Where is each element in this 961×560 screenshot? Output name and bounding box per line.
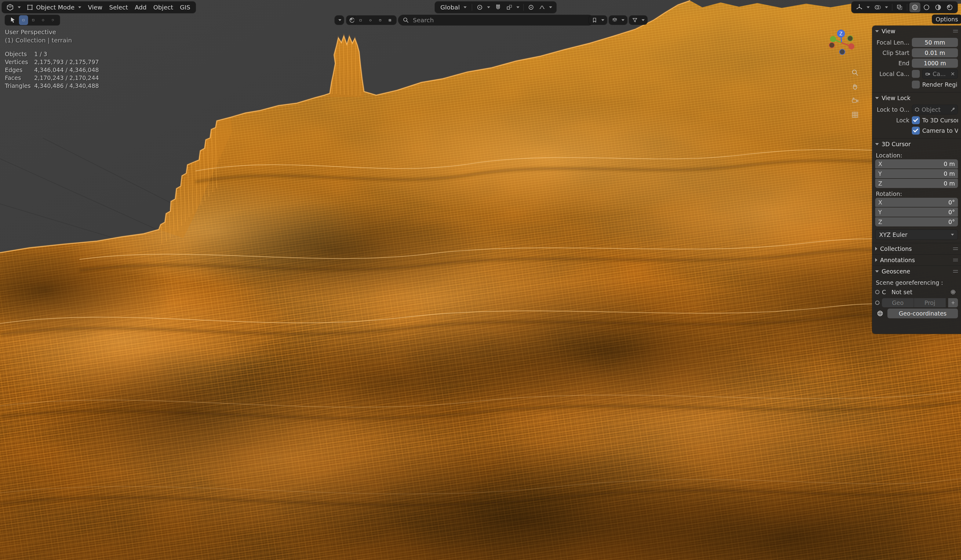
menu-object[interactable]: Object — [150, 2, 176, 12]
section-3d-cursor-header[interactable]: 3D Cursor — [872, 138, 961, 149]
cursor-rotation-x-field[interactable]: X 0° — [875, 198, 958, 207]
section-view-title: View — [882, 28, 895, 34]
menu-select[interactable]: Select — [106, 2, 131, 12]
editor-type-button[interactable] — [4, 2, 22, 12]
panel-grip-icon[interactable] — [953, 270, 958, 273]
search-input[interactable] — [412, 16, 589, 24]
menu-add[interactable]: Add — [132, 2, 149, 12]
tool-settings-expand-button[interactable] — [336, 15, 342, 25]
geo-label: Geo — [892, 299, 903, 306]
georeferencing-label: Scene georeferencing : — [876, 279, 957, 286]
navigation-gizmo[interactable]: Z — [823, 25, 861, 63]
camera-to-view-checkbox[interactable] — [912, 127, 920, 135]
overlays-dropdown[interactable] — [872, 2, 890, 12]
falloff-dropdown[interactable] — [537, 2, 554, 12]
filter-dropdown[interactable] — [630, 15, 646, 25]
lock-to-object-field[interactable]: Object — [912, 105, 958, 114]
chevron-down-icon — [601, 19, 604, 21]
geo-coordinates-button[interactable]: Geo-coordinates — [887, 308, 958, 318]
snap-target-icon — [506, 4, 513, 11]
crs-row: C Not set — [875, 287, 958, 297]
axis-neg-y-ball[interactable] — [847, 36, 853, 41]
crs-prefix: C — [882, 289, 886, 295]
tool-option-1-button[interactable] — [356, 15, 365, 25]
viewport-3d-canvas[interactable] — [0, 0, 961, 560]
focal-length-field[interactable]: 50 mm — [912, 38, 958, 47]
eyedropper-icon[interactable] — [950, 107, 955, 112]
gizmo-icon — [856, 4, 863, 11]
mode-dropdown[interactable]: Object Mode — [23, 2, 84, 12]
menu-view[interactable]: View — [85, 2, 105, 12]
panel-grip-icon[interactable] — [953, 30, 958, 32]
select-mode-tweak-button[interactable] — [19, 15, 28, 25]
stat-label: Faces — [5, 74, 34, 82]
shading-material-button[interactable] — [933, 2, 943, 12]
axis-value: 0 m — [943, 160, 955, 167]
options-button[interactable]: Options — [932, 14, 961, 24]
stat-row-vertices: Vertices2,175,793 / 2,175,797 — [5, 58, 99, 66]
active-collection-label: (1) Collection | terrain — [5, 36, 72, 45]
cursor-rotation-y-field[interactable]: Y 0° — [875, 207, 958, 217]
section-view-lock-header[interactable]: View Lock — [872, 93, 961, 103]
tool-option-3-button[interactable] — [376, 15, 385, 25]
menu-gis[interactable]: GIS — [177, 2, 193, 12]
axis-neg-z-ball[interactable] — [839, 49, 845, 55]
select-mode-lasso-button[interactable] — [48, 15, 58, 25]
crs-settings-button[interactable] — [948, 287, 958, 297]
close-icon[interactable] — [950, 71, 955, 76]
display-mode-dropdown[interactable] — [610, 15, 626, 25]
zoom-view-button[interactable] — [850, 67, 861, 78]
render-region-checkbox[interactable] — [912, 80, 920, 88]
section-view-header[interactable]: View — [872, 26, 961, 37]
tool-option-4-button[interactable] — [386, 15, 395, 25]
section-annotations-header[interactable]: Annotations — [872, 255, 961, 265]
stat-value: 4,340,486 / 4,340,488 — [34, 82, 99, 89]
gizmos-dropdown[interactable] — [854, 2, 871, 12]
clip-start-field[interactable]: 0.01 m — [912, 48, 958, 58]
axis-y-ball[interactable] — [830, 36, 836, 42]
pivot-point-dropdown[interactable] — [474, 2, 492, 12]
crs-radio[interactable] — [875, 290, 879, 294]
cursor-location-x-field[interactable]: X 0 m — [875, 159, 958, 168]
stat-value: 2,175,793 / 2,175,797 — [34, 59, 99, 65]
axis-x-ball[interactable] — [849, 43, 855, 50]
clip-start-label: Clip Start — [875, 50, 910, 56]
filter-group — [629, 16, 648, 25]
panel-grip-icon[interactable] — [953, 247, 958, 250]
pivot-point-icon — [476, 4, 484, 11]
local-camera-field[interactable]: Ca... — [922, 69, 958, 79]
geo-proj-radio[interactable] — [875, 301, 879, 305]
cursor-rotation-z-field[interactable]: Z 0° — [875, 217, 958, 226]
orientation-dropdown[interactable]: Global — [437, 2, 470, 12]
section-collections-header[interactable]: Collections — [872, 243, 961, 254]
select-mode-box-button[interactable] — [29, 15, 38, 25]
shading-rendered-button[interactable] — [944, 2, 955, 12]
box-select-icon — [32, 18, 35, 23]
presets-dropdown[interactable] — [590, 15, 606, 25]
globe-button[interactable] — [875, 308, 885, 318]
perspective-toggle-button[interactable] — [850, 109, 861, 120]
section-geoscene-header[interactable]: Geoscene — [872, 266, 961, 277]
cursor-location-y-field[interactable]: Y 0 m — [875, 169, 958, 178]
add-crs-button[interactable] — [948, 298, 958, 307]
shading-solid-button[interactable] — [921, 2, 932, 12]
select-mode-circle-button[interactable] — [39, 15, 48, 25]
proportional-editing-toggle[interactable] — [526, 2, 536, 12]
chevron-down-icon — [875, 97, 879, 99]
clip-end-field[interactable]: 1000 m — [912, 59, 958, 68]
rotation-mode-dropdown[interactable]: XYZ Euler — [875, 229, 958, 240]
shading-wireframe-button[interactable] — [910, 2, 920, 12]
camera-view-button[interactable] — [850, 95, 861, 106]
snap-toggle[interactable] — [493, 2, 503, 12]
xray-toggle[interactable] — [894, 2, 905, 12]
active-tool-button[interactable] — [7, 15, 18, 25]
panel-grip-icon[interactable] — [953, 259, 958, 261]
local-camera-checkbox[interactable] — [912, 70, 920, 78]
pan-view-button[interactable] — [850, 81, 861, 92]
cursor-location-z-field[interactable]: Z 0 m — [875, 179, 958, 188]
lock-to-3d-cursor-checkbox[interactable] — [912, 116, 920, 124]
snap-target-dropdown[interactable] — [504, 2, 521, 12]
axis-neg-x-ball[interactable] — [829, 42, 834, 48]
tool-option-2-button[interactable] — [366, 15, 375, 25]
focal-length-value: 50 mm — [925, 39, 945, 46]
